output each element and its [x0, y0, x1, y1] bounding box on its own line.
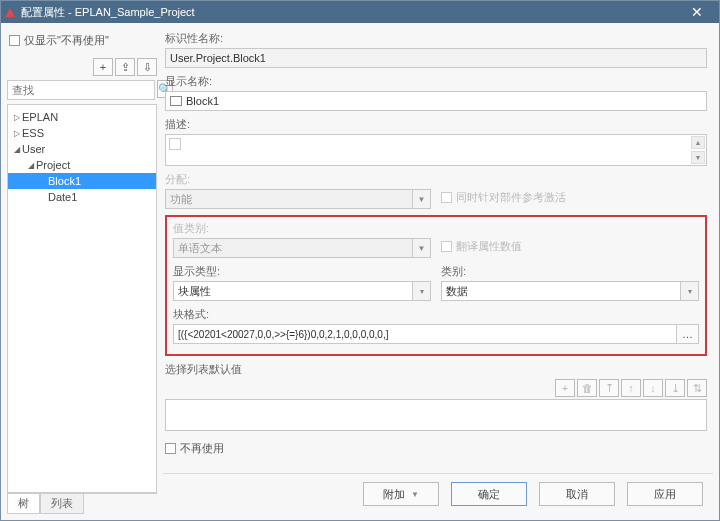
desc-scroll: ▲ ▼ [691, 136, 705, 164]
disptype-input[interactable]: 块属性 [173, 281, 413, 301]
ok-button[interactable]: 确定 [451, 482, 527, 506]
nouse-label: 不再使用 [180, 441, 224, 456]
tree-node-date1[interactable]: Date1 [8, 189, 156, 205]
disptype-dropdown[interactable]: 块属性 ▾ [173, 281, 431, 301]
id-name-input[interactable]: User.Project.Block1 [165, 48, 707, 68]
assign-chk-label: 同时针对部件参考激活 [456, 190, 566, 205]
blockfmt-label: 块格式: [173, 307, 699, 322]
list-top-button: ⤒ [599, 379, 619, 397]
valcat-row: 值类别: 单语文本 ▼ 翻译属性数值 [173, 221, 699, 258]
dropdown-arrow-icon[interactable]: ▾ [681, 281, 699, 301]
search-input[interactable] [7, 80, 155, 100]
right-panel: 标识性名称: User.Project.Block1 显示名称: Block1 … [163, 29, 713, 514]
disp-name-label: 显示名称: [165, 74, 707, 89]
listdef-label: 选择列表默认值 [165, 362, 707, 377]
import-button[interactable]: ⇩ [137, 58, 157, 76]
tree-node-block1[interactable]: Block1 [8, 173, 156, 189]
scroll-down-icon[interactable]: ▼ [691, 151, 705, 164]
window-title: 配置属性 - EPLAN_Sample_Project [21, 5, 679, 20]
translate-chk-label: 翻译属性数值 [456, 239, 522, 254]
left-tabs: 树 列表 [7, 493, 157, 514]
text-icon [169, 138, 181, 150]
list-swap-button: ⇅ [687, 379, 707, 397]
highlight-box: 值类别: 单语文本 ▼ 翻译属性数值 显 [165, 215, 707, 356]
form-area: 标识性名称: User.Project.Block1 显示名称: Block1 … [163, 29, 713, 473]
footer: 附加▼ 确定 取消 应用 [163, 473, 713, 514]
tab-tree[interactable]: 树 [7, 494, 40, 514]
text-icon [170, 96, 182, 106]
blockfmt-input[interactable]: [({<20201<20027,0,0,>>{=}6})0,0,2,1,0,0,… [173, 324, 677, 344]
desc-textarea[interactable]: ▲ ▼ [165, 134, 707, 166]
tree-view[interactable]: ▷EPLAN ▷ESS ◢User ◢Project Block1 Date1 [7, 104, 157, 493]
add-extra-button[interactable]: 附加▼ [363, 482, 439, 506]
assign-row: 分配: 功能 ▼ 同时针对部件参考激活 [165, 172, 707, 209]
disptype-label: 显示类型: [173, 264, 431, 279]
assign-input: 功能 [165, 189, 413, 209]
category-input[interactable]: 数据 [441, 281, 681, 301]
dialog-body: 仅显示"不再使用" + ⇪ ⇩ 🔍 ▷EPLAN ▷ESS ◢User ◢Pro… [1, 23, 719, 520]
valcat-input: 单语文本 [173, 238, 413, 258]
tree-node-ess[interactable]: ▷ESS [8, 125, 156, 141]
only-unused-row: 仅显示"不再使用" [7, 29, 157, 58]
nouse-row: 不再使用 [165, 437, 707, 460]
cancel-button[interactable]: 取消 [539, 482, 615, 506]
blockfmt-field: 块格式: [({<20201<20027,0,0,>>{=}6})0,0,2,1… [173, 307, 699, 344]
list-delete-button: 🗑 [577, 379, 597, 397]
list-up-button: ↑ [621, 379, 641, 397]
nouse-checkbox[interactable] [165, 443, 176, 454]
list-add-button[interactable]: + [555, 379, 575, 397]
title-bar: 配置属性 - EPLAN_Sample_Project ✕ [1, 1, 719, 23]
desc-label: 描述: [165, 117, 707, 132]
assign-checkbox [441, 192, 452, 203]
chevron-down-icon: ▼ [411, 490, 419, 499]
blockfmt-browse-button[interactable]: … [677, 324, 699, 344]
desc-field: 描述: ▲ ▼ [165, 117, 707, 166]
tree-toolbar: + ⇪ ⇩ [7, 58, 157, 76]
id-name-field: 标识性名称: User.Project.Block1 [165, 31, 707, 68]
close-button[interactable]: ✕ [679, 1, 715, 23]
tree-node-user[interactable]: ◢User [8, 141, 156, 157]
disp-name-input[interactable]: Block1 [165, 91, 707, 111]
id-name-label: 标识性名称: [165, 31, 707, 46]
translate-checkbox [441, 241, 452, 252]
search-row: 🔍 [7, 80, 157, 100]
tab-list[interactable]: 列表 [40, 494, 84, 514]
left-panel: 仅显示"不再使用" + ⇪ ⇩ 🔍 ▷EPLAN ▷ESS ◢User ◢Pro… [7, 29, 157, 514]
dropdown-arrow-icon: ▼ [413, 238, 431, 258]
listdef-toolbar: + 🗑 ⤒ ↑ ↓ ⤓ ⇅ [165, 379, 707, 397]
scroll-up-icon[interactable]: ▲ [691, 136, 705, 149]
listdef-field: 选择列表默认值 + 🗑 ⤒ ↑ ↓ ⤓ ⇅ [165, 362, 707, 431]
dropdown-arrow-icon[interactable]: ▾ [413, 281, 431, 301]
disptype-row: 显示类型: 块属性 ▾ 类别: 数据 ▾ [173, 264, 699, 301]
tree-node-eplan[interactable]: ▷EPLAN [8, 109, 156, 125]
tree-node-project[interactable]: ◢Project [8, 157, 156, 173]
app-icon [5, 8, 15, 17]
only-unused-checkbox[interactable] [9, 35, 20, 46]
listdef-listbox[interactable] [165, 399, 707, 431]
only-unused-label: 仅显示"不再使用" [24, 33, 109, 48]
assign-chk-col: 同时针对部件参考激活 [441, 172, 707, 209]
valcat-label: 值类别: [173, 221, 431, 236]
list-down-button: ↓ [643, 379, 663, 397]
dropdown-arrow-icon: ▼ [413, 189, 431, 209]
add-button[interactable]: + [93, 58, 113, 76]
list-bottom-button: ⤓ [665, 379, 685, 397]
apply-button[interactable]: 应用 [627, 482, 703, 506]
blockfmt-row: [({<20201<20027,0,0,>>{=}6})0,0,2,1,0,0,… [173, 324, 699, 344]
category-dropdown[interactable]: 数据 ▾ [441, 281, 699, 301]
assign-dropdown: 功能 ▼ [165, 189, 431, 209]
assign-label: 分配: [165, 172, 431, 187]
category-label: 类别: [441, 264, 699, 279]
valcat-chk-col: 翻译属性数值 [441, 221, 699, 258]
dialog-window: 配置属性 - EPLAN_Sample_Project ✕ 仅显示"不再使用" … [0, 0, 720, 521]
disp-name-field: 显示名称: Block1 [165, 74, 707, 111]
export-button[interactable]: ⇪ [115, 58, 135, 76]
valcat-dropdown: 单语文本 ▼ [173, 238, 431, 258]
